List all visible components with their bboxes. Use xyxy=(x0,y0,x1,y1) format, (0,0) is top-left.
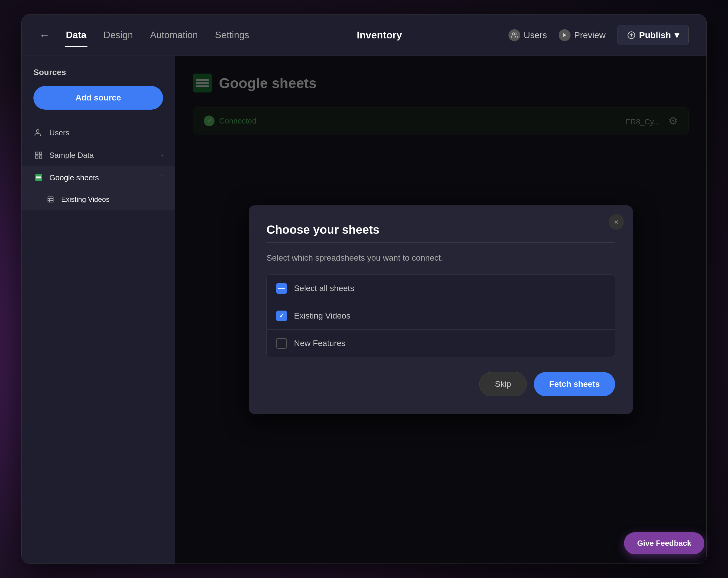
svg-rect-4 xyxy=(36,152,38,155)
svg-rect-5 xyxy=(39,152,42,155)
sheet-item-existing-videos[interactable]: ✓ Existing Videos xyxy=(267,302,615,330)
tab-data[interactable]: Data xyxy=(65,27,87,43)
svg-rect-11 xyxy=(36,179,41,179)
app-title: Inventory xyxy=(265,29,493,41)
tab-automation[interactable]: Automation xyxy=(149,27,199,43)
skip-button[interactable]: Skip xyxy=(479,372,526,396)
top-bar: ← Data Design Automation Settings Invent… xyxy=(22,15,706,56)
google-sheets-sidebar-icon xyxy=(33,172,44,183)
publish-icon xyxy=(627,31,635,39)
new-features-checkbox[interactable] xyxy=(276,338,287,349)
back-button[interactable]: ← xyxy=(39,29,50,42)
select-all-checkbox[interactable]: — xyxy=(276,283,287,294)
sidebar: Sources Add source Users xyxy=(22,56,175,563)
main-content: Sources Add source Users xyxy=(22,56,706,563)
sample-data-icon xyxy=(33,150,44,160)
sidebar-existing-videos-label: Existing Videos xyxy=(61,195,110,204)
modal-subtitle: Select which spreadsheets you want to co… xyxy=(266,253,615,263)
preview-button[interactable]: Preview xyxy=(559,29,606,41)
svg-rect-9 xyxy=(36,176,41,177)
existing-videos-icon xyxy=(45,194,56,205)
top-right-actions: Users Preview Publish ▾ xyxy=(509,25,689,45)
google-sheets-chevron-icon: ˅ xyxy=(160,174,163,181)
modal-title: Choose your sheets xyxy=(266,223,615,236)
new-features-sheet-label: New Features xyxy=(294,339,345,348)
users-button[interactable]: Users xyxy=(509,29,547,41)
sidebar-google-sheets-label: Google sheets xyxy=(49,173,99,182)
sidebar-item-users[interactable]: Users xyxy=(22,122,175,144)
publish-label: Publish xyxy=(639,30,671,40)
existing-videos-check-mark: ✓ xyxy=(279,312,284,320)
svg-rect-12 xyxy=(48,197,53,202)
tab-settings[interactable]: Settings xyxy=(214,27,251,43)
existing-videos-sheet-label: Existing Videos xyxy=(294,311,350,321)
content-area: Google sheets ✓ Connected FR8_Cy... ⚙ × … xyxy=(175,56,706,563)
sidebar-item-google-sheets[interactable]: Google sheets ˅ xyxy=(22,166,175,189)
svg-rect-6 xyxy=(36,156,38,158)
existing-videos-checkbox[interactable]: ✓ xyxy=(276,311,287,321)
tab-design[interactable]: Design xyxy=(102,27,134,43)
users-icon xyxy=(509,29,520,41)
svg-point-0 xyxy=(512,32,514,34)
users-label: Users xyxy=(524,30,547,40)
app-window: ← Data Design Automation Settings Invent… xyxy=(21,14,707,564)
sidebar-title: Sources xyxy=(22,68,175,86)
nav-tabs: Data Design Automation Settings xyxy=(65,27,250,43)
sheets-list: — Select all sheets ✓ Existing Videos xyxy=(266,274,615,357)
publish-chevron: ▾ xyxy=(675,30,679,40)
sheet-item-select-all[interactable]: — Select all sheets xyxy=(267,275,615,302)
svg-marker-1 xyxy=(563,33,566,37)
sample-data-chevron-icon: › xyxy=(161,152,163,159)
select-all-label: Select all sheets xyxy=(294,284,354,293)
publish-button[interactable]: Publish ▾ xyxy=(618,25,689,45)
select-all-mark: — xyxy=(278,285,285,292)
give-feedback-button[interactable]: Give Feedback xyxy=(624,532,704,554)
users-sidebar-icon xyxy=(33,127,44,138)
modal-close-button[interactable]: × xyxy=(608,214,624,230)
choose-sheets-modal: × Choose your sheets Select which spread… xyxy=(249,205,633,414)
sidebar-sample-data-label: Sample Data xyxy=(49,151,94,160)
preview-icon xyxy=(559,29,571,41)
modal-divider xyxy=(266,242,615,243)
fetch-sheets-button[interactable]: Fetch sheets xyxy=(534,372,615,396)
svg-point-3 xyxy=(36,130,39,132)
preview-label: Preview xyxy=(574,30,606,40)
sidebar-users-label: Users xyxy=(49,128,70,137)
sidebar-item-sample-data[interactable]: Sample Data › xyxy=(22,144,175,166)
svg-rect-10 xyxy=(36,177,41,178)
svg-rect-7 xyxy=(39,156,42,158)
sidebar-item-existing-videos[interactable]: Existing Videos xyxy=(22,189,175,210)
sheet-item-new-features[interactable]: New Features xyxy=(267,330,615,357)
modal-buttons: Skip Fetch sheets xyxy=(266,372,615,396)
modal-overlay: × Choose your sheets Select which spread… xyxy=(175,56,706,563)
add-source-button[interactable]: Add source xyxy=(33,86,163,110)
